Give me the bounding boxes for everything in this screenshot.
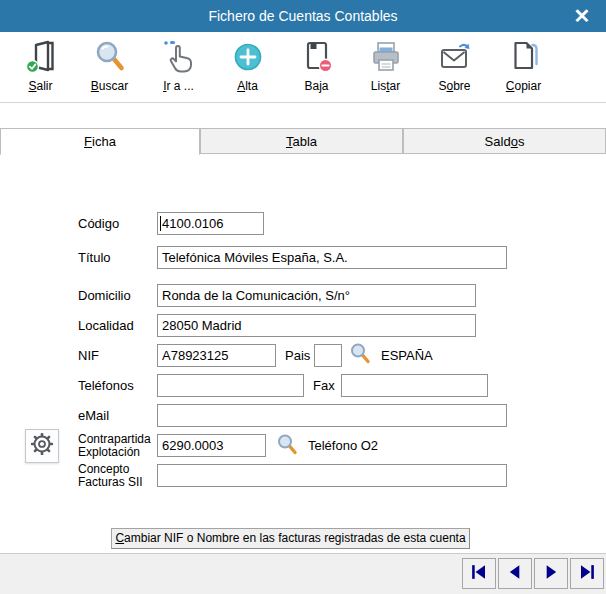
- copy-document-icon: [505, 37, 543, 77]
- email-input[interactable]: [157, 404, 507, 427]
- toolbar-label-copiar: Copiar: [506, 79, 541, 93]
- tab-strip: Ficha Tabla Saldos: [0, 128, 606, 155]
- telefonos-label: Teléfonos: [78, 378, 134, 393]
- localidad-label: Localidad: [78, 318, 134, 333]
- domicilio-input[interactable]: [157, 284, 476, 307]
- titulo-label: Título: [78, 250, 111, 265]
- pais-display-text: ESPAÑA: [381, 348, 433, 363]
- toolbar-button-buscar[interactable]: Buscar: [75, 32, 144, 102]
- email-label: eMail: [78, 408, 109, 423]
- nif-input[interactable]: [157, 344, 276, 367]
- nif-label: NIF: [78, 348, 99, 363]
- envelope-refresh-icon: [436, 37, 474, 77]
- telefonos-input[interactable]: [157, 374, 304, 397]
- first-record-icon: [466, 560, 492, 588]
- text-caret: [160, 216, 161, 231]
- concepto-input[interactable]: [157, 464, 507, 487]
- tab-tabla[interactable]: Tabla: [200, 128, 403, 154]
- settings-button[interactable]: [25, 429, 59, 463]
- toolbar-button-alta[interactable]: Alta: [213, 32, 282, 102]
- first-record-button[interactable]: [462, 558, 496, 589]
- last-record-icon: [574, 560, 600, 588]
- toolbar-button-copiar[interactable]: Copiar: [489, 32, 558, 102]
- localidad-input[interactable]: [157, 314, 476, 337]
- pointing-hand-icon: [160, 37, 198, 77]
- contrapartida-display-text: Teléfono O2: [308, 438, 378, 453]
- pais-input[interactable]: [314, 344, 342, 367]
- toolbar-button-ir-a[interactable]: Ir a ...: [144, 32, 213, 102]
- magnifier-icon: [91, 37, 129, 77]
- codigo-label: Código: [78, 216, 119, 231]
- tab-ficha[interactable]: Ficha: [0, 128, 200, 155]
- title-bar: Fichero de Cuentas Contables ✕: [0, 0, 606, 32]
- contrapartida-label: ContrapartidaExplotación: [78, 433, 151, 459]
- tab-saldos[interactable]: Saldos: [403, 128, 606, 154]
- pais-label: Pais: [285, 348, 310, 363]
- pais-search-icon[interactable]: [348, 341, 372, 365]
- toolbar-button-listar[interactable]: Listar: [351, 32, 420, 102]
- toolbar-label-ir-a: Ir a ...: [163, 79, 194, 93]
- next-record-button[interactable]: [534, 558, 568, 589]
- contrapartida-search-icon[interactable]: [275, 432, 299, 456]
- toolbar-button-salir[interactable]: Salir: [6, 32, 75, 102]
- concepto-label: ConceptoFacturas SII: [78, 463, 143, 489]
- record-navigation: [462, 558, 604, 589]
- fax-label: Fax: [313, 378, 335, 393]
- toolbar: Salir Buscar Ir a ...: [0, 32, 606, 103]
- toolbar-label-baja: Baja: [304, 79, 328, 93]
- toolbar-label-listar: Listar: [371, 79, 400, 93]
- gear-icon: [28, 430, 56, 462]
- dialog-window: Fichero de Cuentas Contables ✕ Salir: [0, 0, 606, 594]
- previous-record-icon: [502, 560, 528, 588]
- toolbar-label-alta: Alta: [237, 79, 258, 93]
- toolbar-button-baja[interactable]: Baja: [282, 32, 351, 102]
- toolbar-label-buscar: Buscar: [91, 79, 128, 93]
- contrapartida-input[interactable]: [157, 434, 266, 457]
- previous-record-button[interactable]: [498, 558, 532, 589]
- fax-input[interactable]: [341, 374, 488, 397]
- cambiar-nif-button[interactable]: Cambiar NIF o Nombre en las facturas reg…: [111, 528, 470, 549]
- next-record-icon: [538, 560, 564, 588]
- plus-circle-icon: [229, 37, 267, 77]
- toolbar-button-sobre[interactable]: Sobre: [420, 32, 489, 102]
- printer-icon: [367, 37, 405, 77]
- form-ficha: Código Título Domicilio Localidad NIF Pa…: [0, 155, 606, 553]
- titulo-input[interactable]: [157, 246, 507, 269]
- toolbar-label-sobre: Sobre: [438, 79, 470, 93]
- codigo-input[interactable]: [157, 212, 264, 235]
- window-title: Fichero de Cuentas Contables: [208, 8, 397, 24]
- close-icon[interactable]: ✕: [566, 2, 598, 30]
- document-minus-icon: [298, 37, 336, 77]
- last-record-button[interactable]: [570, 558, 604, 589]
- footer-bar: [0, 553, 606, 594]
- exit-door-icon: [22, 37, 60, 77]
- toolbar-label-salir: Salir: [28, 79, 52, 93]
- domicilio-label: Domicilio: [78, 288, 131, 303]
